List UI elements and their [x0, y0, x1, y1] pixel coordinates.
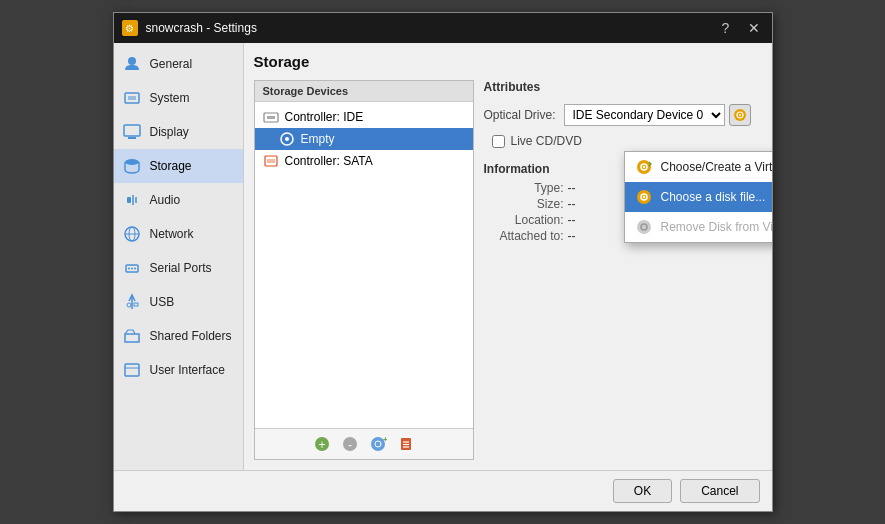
- info-attached-value: --: [568, 229, 576, 243]
- optical-drive-menu-button[interactable]: [729, 104, 751, 126]
- sidebar-item-general[interactable]: General: [114, 47, 243, 81]
- remove-device-button[interactable]: [394, 433, 418, 455]
- dropdown-label-choose-file: Choose a disk file...: [661, 190, 766, 204]
- sidebar-item-serial-ports[interactable]: Serial Ports: [114, 251, 243, 285]
- attributes-title: Attributes: [484, 80, 762, 94]
- tree-label-controller-ide: Controller: IDE: [285, 110, 364, 124]
- sidebar-item-usb[interactable]: USB: [114, 285, 243, 319]
- svg-rect-19: [267, 116, 275, 119]
- live-cd-row: Live CD/DVD: [492, 134, 762, 148]
- svg-rect-6: [127, 197, 131, 203]
- dropdown-label-choose-virtual: Choose/Create a Virtual Optical Disk...: [661, 160, 772, 174]
- info-type-value: --: [568, 181, 576, 195]
- svg-point-44: [637, 220, 651, 234]
- optical-drive-dropdown: Choose/Create a Virtual Optical Disk... …: [624, 151, 772, 243]
- empty-disk-icon: [279, 131, 295, 147]
- window-body: General System Display Storage: [114, 43, 772, 470]
- svg-point-11: [128, 268, 130, 270]
- usb-icon: [122, 292, 142, 312]
- settings-window: ⚙ snowcrash - Settings ? ✕ General Syste…: [113, 12, 773, 512]
- audio-icon: [122, 190, 142, 210]
- tree-label-empty: Empty: [301, 132, 335, 146]
- sidebar-label-usb: USB: [150, 295, 175, 309]
- user-interface-icon: [122, 360, 142, 380]
- network-icon: [122, 224, 142, 244]
- help-button[interactable]: ?: [716, 18, 736, 38]
- live-cd-checkbox[interactable]: [492, 135, 505, 148]
- storage-devices-header: Storage Devices: [255, 81, 473, 102]
- info-size-label: Size:: [484, 197, 564, 211]
- svg-point-40: [642, 166, 644, 168]
- svg-text:+: +: [318, 438, 325, 452]
- optical-drive-label: Optical Drive:: [484, 108, 556, 122]
- sidebar-item-audio[interactable]: Audio: [114, 183, 243, 217]
- svg-point-5: [125, 159, 139, 165]
- svg-rect-3: [124, 125, 140, 136]
- add-optical-button[interactable]: +: [366, 433, 390, 455]
- tree-item-empty[interactable]: Empty: [255, 128, 473, 150]
- svg-point-14: [127, 303, 131, 307]
- sidebar-item-shared-folders[interactable]: Shared Folders: [114, 319, 243, 353]
- attributes-panel: Attributes Optical Drive: IDE Secondary …: [484, 80, 762, 460]
- sidebar-label-system: System: [150, 91, 190, 105]
- svg-point-13: [134, 268, 136, 270]
- tree-item-controller-sata[interactable]: Controller: SATA: [255, 150, 473, 172]
- sidebar-item-user-interface[interactable]: User Interface: [114, 353, 243, 387]
- controller-sata-icon: [263, 153, 279, 169]
- dropdown-item-choose-file[interactable]: Choose a disk file...: [625, 182, 772, 212]
- disk-file-icon: [635, 188, 653, 206]
- sidebar-label-display: Display: [150, 125, 189, 139]
- system-icon: [122, 88, 142, 108]
- app-icon: ⚙: [122, 20, 138, 36]
- dropdown-label-remove-disk: Remove Disk from Virtual Drive: [661, 220, 772, 234]
- shared-folders-icon: [122, 326, 142, 346]
- optical-drive-row: Optical Drive: IDE Secondary Device 0: [484, 104, 762, 126]
- cancel-button[interactable]: Cancel: [680, 479, 759, 503]
- serial-ports-icon: [122, 258, 142, 278]
- virtual-disk-icon: [635, 158, 653, 176]
- sidebar-item-storage[interactable]: Storage: [114, 149, 243, 183]
- close-button[interactable]: ✕: [744, 18, 764, 38]
- dialog-footer: OK Cancel: [114, 470, 772, 511]
- dropdown-item-choose-virtual[interactable]: Choose/Create a Virtual Optical Disk...: [625, 152, 772, 182]
- titlebar: ⚙ snowcrash - Settings ? ✕: [114, 13, 772, 43]
- optical-drive-select-container: IDE Secondary Device 0: [564, 104, 751, 126]
- page-title: Storage: [254, 53, 762, 70]
- info-attached-label: Attached to:: [484, 229, 564, 243]
- info-location-value: --: [568, 213, 576, 227]
- svg-point-21: [285, 137, 289, 141]
- svg-point-43: [642, 196, 644, 198]
- panel-footer: + - +: [255, 428, 473, 459]
- sidebar-label-shared-folders: Shared Folders: [150, 329, 232, 343]
- sidebar-label-serial-ports: Serial Ports: [150, 261, 212, 275]
- live-cd-label[interactable]: Live CD/DVD: [511, 134, 582, 148]
- sidebar-item-system[interactable]: System: [114, 81, 243, 115]
- storage-devices-panel: Storage Devices Controller: IDE: [254, 80, 474, 460]
- sidebar-label-network: Network: [150, 227, 194, 241]
- sidebar-item-network[interactable]: Network: [114, 217, 243, 251]
- sidebar-item-display[interactable]: Display: [114, 115, 243, 149]
- add-controller-button[interactable]: +: [310, 433, 334, 455]
- window-title: snowcrash - Settings: [146, 21, 708, 35]
- info-location-label: Location:: [484, 213, 564, 227]
- optical-drive-select[interactable]: IDE Secondary Device 0: [564, 104, 725, 126]
- sidebar: General System Display Storage: [114, 43, 244, 470]
- svg-rect-2: [128, 96, 136, 100]
- svg-rect-16: [125, 364, 139, 376]
- tree-item-controller-ide[interactable]: Controller: IDE: [255, 106, 473, 128]
- svg-point-0: [128, 57, 136, 65]
- tree-label-controller-sata: Controller: SATA: [285, 154, 373, 168]
- info-size-value: --: [568, 197, 576, 211]
- svg-text:-: -: [348, 438, 352, 452]
- remove-disk-icon: [635, 218, 653, 236]
- svg-rect-23: [267, 159, 275, 163]
- remove-controller-button[interactable]: -: [338, 433, 362, 455]
- info-type-label: Type:: [484, 181, 564, 195]
- ok-button[interactable]: OK: [613, 479, 672, 503]
- svg-text:+: +: [383, 435, 387, 444]
- svg-rect-4: [128, 137, 136, 139]
- svg-point-37: [739, 114, 741, 116]
- sidebar-label-storage: Storage: [150, 159, 192, 173]
- sidebar-label-audio: Audio: [150, 193, 181, 207]
- main-content: Storage Storage Devices Controller: IDE: [244, 43, 772, 470]
